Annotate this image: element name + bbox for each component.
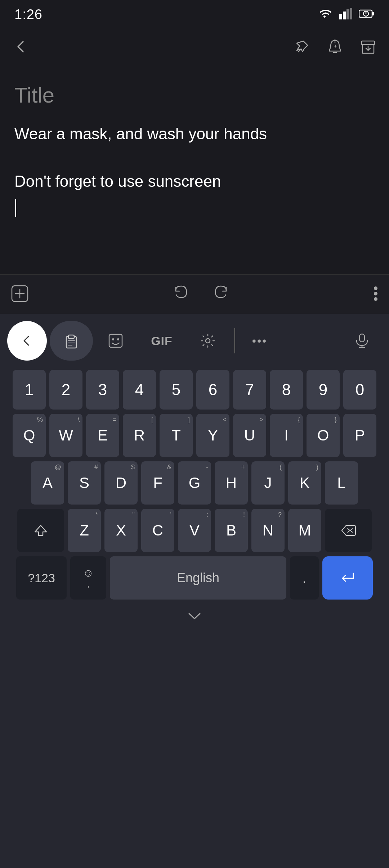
key-x[interactable]: "X bbox=[104, 509, 138, 552]
note-title-placeholder[interactable]: Title bbox=[14, 83, 375, 108]
note-line1: Wear a mask, and wash your hands bbox=[14, 125, 267, 143]
svg-rect-31 bbox=[359, 334, 365, 342]
key-b[interactable]: !B bbox=[215, 509, 248, 552]
key-6[interactable]: 6 bbox=[196, 370, 229, 410]
text-cursor bbox=[15, 199, 16, 217]
svg-rect-14 bbox=[362, 41, 375, 45]
note-line2: Don't forget to use sunscreen bbox=[14, 172, 221, 190]
svg-point-20 bbox=[374, 292, 377, 295]
svg-rect-2 bbox=[346, 9, 349, 19]
status-icons bbox=[318, 7, 375, 22]
svg-point-28 bbox=[112, 338, 114, 340]
key-i[interactable]: {I bbox=[270, 414, 303, 457]
svg-rect-5 bbox=[372, 12, 374, 15]
pin-button[interactable] bbox=[294, 39, 310, 58]
svg-point-30 bbox=[206, 339, 210, 343]
key-3[interactable]: 3 bbox=[86, 370, 119, 410]
svg-rect-27 bbox=[109, 334, 122, 347]
shift-key[interactable] bbox=[17, 509, 64, 552]
keyboard-row-asdf: @A #S $D &F -G +H (J )K L bbox=[0, 459, 389, 507]
svg-point-19 bbox=[374, 286, 377, 290]
svg-rect-1 bbox=[343, 12, 346, 19]
key-y[interactable]: <Y bbox=[196, 414, 229, 457]
backspace-key[interactable] bbox=[325, 509, 372, 552]
keyboard-bottom-row: ?123 ☺ , English . bbox=[0, 554, 389, 602]
archive-button[interactable] bbox=[360, 39, 376, 58]
back-button[interactable] bbox=[13, 39, 29, 58]
battery-icon bbox=[359, 8, 375, 21]
svg-point-21 bbox=[374, 297, 377, 301]
keyboard: GIF ••• 1 2 3 4 5 6 7 8 9 bbox=[0, 314, 389, 868]
enter-key[interactable] bbox=[322, 556, 373, 600]
status-bar: 1:26 bbox=[0, 0, 389, 29]
key-l[interactable]: L bbox=[325, 461, 358, 505]
reminder-button[interactable]: + bbox=[327, 39, 343, 58]
number-switch-key[interactable]: ?123 bbox=[16, 556, 67, 600]
more-keyboard-button[interactable]: ••• bbox=[242, 321, 278, 361]
svg-rect-3 bbox=[350, 8, 352, 19]
keyboard-row-zxcv: *Z "X 'C :V !B ?N M bbox=[0, 507, 389, 554]
key-5[interactable]: 5 bbox=[160, 370, 193, 410]
toolbar-actions: + bbox=[294, 39, 376, 58]
spacebar[interactable]: English bbox=[110, 556, 286, 600]
keyboard-row-qwerty: %Q \W =E [R ]T <Y >U {I }O P bbox=[0, 412, 389, 459]
gif-button[interactable]: GIF bbox=[138, 321, 185, 361]
svg-point-29 bbox=[117, 338, 119, 340]
keyboard-toolbar bbox=[0, 274, 389, 314]
wifi-icon bbox=[318, 7, 333, 22]
key-h[interactable]: +H bbox=[215, 461, 248, 505]
more-options-button[interactable] bbox=[373, 285, 378, 304]
keyboard-back-button[interactable] bbox=[7, 321, 47, 361]
key-m[interactable]: M bbox=[288, 509, 321, 552]
key-f[interactable]: &F bbox=[141, 461, 174, 505]
key-v[interactable]: :V bbox=[178, 509, 211, 552]
key-t[interactable]: ]T bbox=[160, 414, 193, 457]
period-key[interactable]: . bbox=[290, 556, 319, 600]
key-d[interactable]: $D bbox=[104, 461, 138, 505]
keyboard-function-row: GIF ••• bbox=[0, 314, 389, 368]
svg-text:+: + bbox=[334, 43, 337, 49]
keyboard-number-row: 1 2 3 4 5 6 7 8 9 0 bbox=[0, 368, 389, 412]
note-body[interactable]: Wear a mask, and wash your hands Don't f… bbox=[14, 122, 375, 217]
keyboard-collapse[interactable] bbox=[0, 602, 389, 630]
key-u[interactable]: >U bbox=[233, 414, 266, 457]
key-9[interactable]: 9 bbox=[307, 370, 340, 410]
key-s[interactable]: #S bbox=[68, 461, 101, 505]
key-e[interactable]: =E bbox=[86, 414, 119, 457]
signal-icon bbox=[339, 8, 352, 21]
undo-redo-group bbox=[172, 283, 230, 305]
key-p[interactable]: P bbox=[343, 414, 376, 457]
key-g[interactable]: -G bbox=[178, 461, 211, 505]
clipboard-button[interactable] bbox=[50, 321, 93, 361]
sticker-button[interactable] bbox=[96, 321, 135, 361]
key-0[interactable]: 0 bbox=[343, 370, 376, 410]
emoji-key[interactable]: ☺ , bbox=[70, 556, 106, 600]
key-8[interactable]: 8 bbox=[270, 370, 303, 410]
svg-rect-0 bbox=[339, 14, 342, 19]
key-z[interactable]: *Z bbox=[68, 509, 101, 552]
redo-button[interactable] bbox=[212, 283, 230, 305]
function-row-divider bbox=[234, 328, 235, 353]
undo-button[interactable] bbox=[172, 283, 190, 305]
note-area: Title Wear a mask, and wash your hands D… bbox=[0, 68, 389, 217]
key-2[interactable]: 2 bbox=[49, 370, 82, 410]
key-k[interactable]: )K bbox=[288, 461, 321, 505]
key-1[interactable]: 1 bbox=[13, 370, 46, 410]
key-c[interactable]: 'C bbox=[141, 509, 174, 552]
status-time: 1:26 bbox=[14, 7, 43, 22]
key-4[interactable]: 4 bbox=[123, 370, 156, 410]
key-j[interactable]: (J bbox=[251, 461, 285, 505]
key-o[interactable]: }O bbox=[307, 414, 340, 457]
svg-rect-23 bbox=[68, 335, 74, 339]
key-q[interactable]: %Q bbox=[13, 414, 46, 457]
microphone-button[interactable] bbox=[342, 321, 382, 361]
toolbar: + bbox=[0, 29, 389, 68]
key-a[interactable]: @A bbox=[31, 461, 64, 505]
key-r[interactable]: [R bbox=[123, 414, 156, 457]
key-w[interactable]: \W bbox=[49, 414, 82, 457]
key-7[interactable]: 7 bbox=[233, 370, 266, 410]
key-n[interactable]: ?N bbox=[251, 509, 285, 552]
keyboard-settings-button[interactable] bbox=[188, 321, 228, 361]
add-content-button[interactable] bbox=[11, 285, 29, 304]
